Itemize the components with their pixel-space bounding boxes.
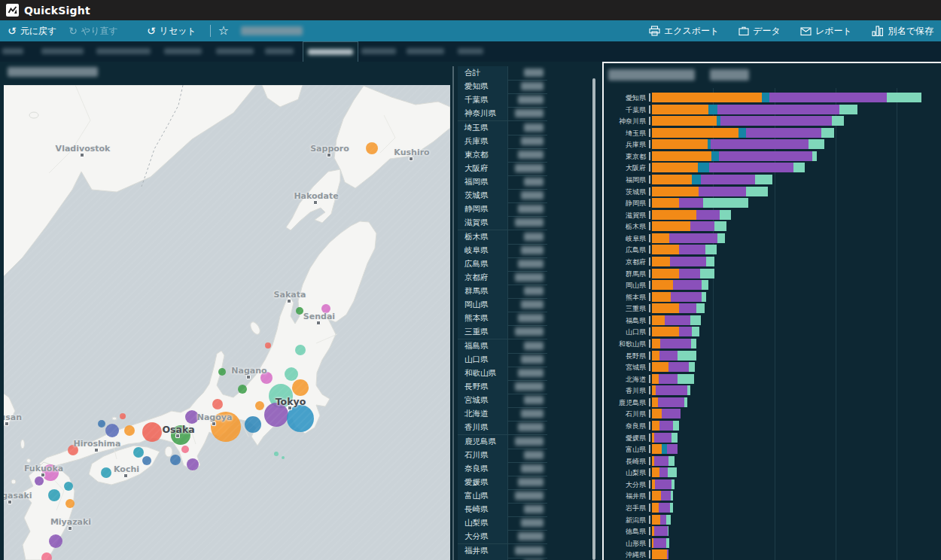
bar-row-山口県[interactable]: 山口県 (604, 327, 941, 336)
bar-segment-segment-orange[interactable] (652, 105, 708, 114)
bar-row-福島県[interactable]: 福島県 (604, 315, 941, 325)
bar-segment-segment-purple[interactable] (670, 257, 706, 266)
bar-segment-segment-mint[interactable] (687, 385, 690, 395)
bar-segment-segment-mint[interactable] (671, 479, 675, 489)
sheet-tab-6[interactable] (260, 41, 298, 61)
bar-row-茨城県[interactable]: 茨城県 (604, 187, 941, 196)
bar-segment-segment-mint[interactable] (717, 233, 725, 243)
bar-segment-segment-mint[interactable] (812, 151, 817, 161)
table-row-群馬県[interactable]: 群馬県 (458, 285, 547, 299)
bar-segment-segment-purple[interactable] (654, 433, 671, 443)
bar-row-広島県[interactable]: 広島県 (604, 245, 941, 254)
table-row-山梨県[interactable]: 山梨県 (458, 516, 547, 531)
table-row-大分県[interactable]: 大分県 (458, 530, 547, 544)
sheet-tab-1[interactable] (0, 41, 28, 61)
bar-row-埼玉県[interactable]: 埼玉県 (604, 128, 941, 138)
bar-segment-segment-purple[interactable] (658, 397, 684, 407)
bar-row-長野県[interactable]: 長野県 (604, 351, 941, 361)
bar-segment-segment-mint[interactable] (746, 187, 768, 196)
bar-segment-segment-orange[interactable] (652, 198, 679, 208)
table-row-合計[interactable]: 合計 (458, 66, 547, 81)
bar-row-徳島県[interactable]: 徳島県 (604, 526, 941, 536)
bar-row-大阪府[interactable]: 大阪府 (604, 163, 941, 172)
sheet-tab-4[interactable] (160, 41, 206, 61)
bar-segment-segment-mint[interactable] (887, 93, 921, 102)
bar-row-京都府[interactable]: 京都府 (604, 257, 941, 266)
bar-segment-segment-purple[interactable] (671, 292, 702, 302)
bar-segment-segment-mint[interactable] (690, 315, 701, 325)
bar-row-福井県[interactable]: 福井県 (604, 491, 941, 501)
bar-segment-segment-orange[interactable] (652, 503, 659, 513)
table-row-愛媛県[interactable]: 愛媛県 (458, 476, 547, 490)
bar-segment-segment-purple[interactable] (659, 467, 668, 477)
table-row-石川県[interactable]: 石川県 (458, 449, 547, 463)
bar-segment-segment-mint[interactable] (691, 339, 696, 348)
bar-segment-segment-mint[interactable] (839, 105, 857, 114)
bar-segment-segment-purple[interactable] (655, 479, 671, 489)
table-row-広島県[interactable]: 広島県 (458, 257, 547, 272)
bar-segment-segment-orange[interactable] (652, 339, 660, 348)
bar-row-栃木県[interactable]: 栃木県 (604, 221, 941, 231)
table-row-宮城県[interactable]: 宮城県 (458, 394, 547, 408)
table-row-岐阜県[interactable]: 岐阜県 (458, 244, 547, 258)
bar-row-鹿児島県[interactable]: 鹿児島県 (604, 397, 941, 407)
table-row-神奈川県[interactable]: 神奈川県 (458, 107, 547, 121)
bar-segment-segment-orange[interactable] (652, 128, 738, 138)
bar-row-北海道[interactable]: 北海道 (604, 374, 941, 384)
bar-segment-segment-orange[interactable] (652, 210, 696, 220)
bar-row-富山県[interactable]: 富山県 (604, 444, 941, 454)
bar-segment-segment-mint[interactable] (700, 269, 714, 278)
bar-segment-segment-orange[interactable] (652, 187, 699, 196)
bar-segment-segment-purple[interactable] (719, 151, 812, 161)
bar-segment-segment-mint[interactable] (666, 515, 671, 525)
bar-row-神奈川県[interactable]: 神奈川県 (604, 116, 941, 126)
bar-segment-segment-orange[interactable] (652, 257, 670, 266)
bar-segment-segment-teal[interactable] (762, 93, 769, 102)
bar-segment-segment-orange[interactable] (652, 351, 659, 361)
bar-segment-segment-mint[interactable] (696, 303, 705, 313)
bar-segment-segment-teal[interactable] (708, 105, 717, 114)
table-row-福島県[interactable]: 福島県 (458, 339, 547, 354)
bar-segment-segment-mint[interactable] (755, 175, 772, 184)
sheet-tab-7[interactable] (303, 41, 358, 62)
bar-segment-segment-orange[interactable] (652, 245, 679, 254)
table-row-茨城県[interactable]: 茨城県 (458, 189, 547, 203)
bar-segment-segment-mint[interactable] (670, 503, 673, 513)
table-row-愛知県[interactable]: 愛知県 (458, 80, 547, 94)
favorite-star-button[interactable]: ☆ (218, 25, 229, 37)
bar-segment-segment-mint[interactable] (673, 421, 679, 431)
table-row-長野県[interactable]: 長野県 (458, 380, 547, 394)
bar-segment-segment-orange[interactable] (652, 362, 668, 372)
sheet-tab-10[interactable] (453, 41, 488, 61)
bar-segment-segment-purple[interactable] (717, 105, 839, 114)
bar-segment-segment-purple[interactable] (673, 280, 702, 290)
bar-segment-segment-orange[interactable] (652, 491, 661, 501)
bar-segment-segment-purple[interactable] (661, 491, 671, 501)
bar-segment-segment-teal[interactable] (698, 163, 709, 172)
save-as-button[interactable]: 別名で保存 (872, 25, 933, 38)
bar-segment-segment-mint[interactable] (678, 351, 696, 361)
bar-segment-segment-orange[interactable] (652, 374, 659, 384)
bar-segment-segment-orange[interactable] (652, 221, 690, 231)
bar-segment-segment-mint[interactable] (689, 362, 695, 372)
bar-row-滋賀県[interactable]: 滋賀県 (604, 210, 941, 220)
bar-segment-segment-orange[interactable] (652, 151, 711, 161)
bar-segment-segment-teal[interactable] (711, 151, 719, 161)
bar-segment-segment-purple[interactable] (699, 187, 746, 196)
bar-segment-segment-purple[interactable] (654, 526, 668, 536)
report-button[interactable]: レポート (800, 25, 852, 38)
bar-segment-segment-orange[interactable] (652, 444, 662, 454)
bar-segment-segment-mint[interactable] (671, 433, 678, 443)
bar-row-山梨県[interactable]: 山梨県 (604, 467, 941, 477)
bar-segment-segment-mint[interactable] (706, 257, 714, 266)
bar-segment-segment-mint[interactable] (793, 163, 805, 172)
table-row-京都府[interactable]: 京都府 (458, 271, 547, 285)
table-row-三重県[interactable]: 三重県 (458, 325, 547, 339)
table-row-岡山県[interactable]: 岡山県 (458, 298, 547, 312)
sheet-tab-2[interactable] (37, 41, 88, 61)
reset-button[interactable]: ↺ リセット (147, 25, 196, 38)
bar-segment-segment-orange[interactable] (652, 397, 658, 407)
table-row-北海道[interactable]: 北海道 (458, 407, 547, 422)
bar-segment-segment-purple[interactable] (679, 327, 692, 336)
table-row-和歌山県[interactable]: 和歌山県 (458, 367, 547, 381)
